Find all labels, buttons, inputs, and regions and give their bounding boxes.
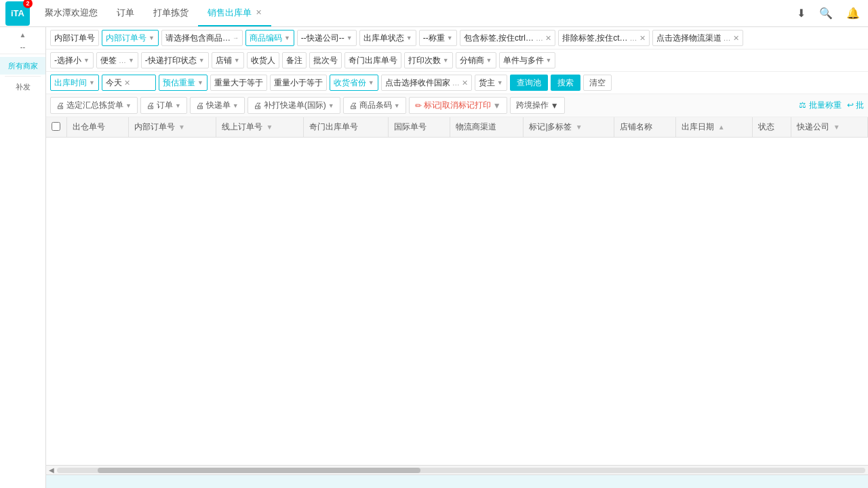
search-icon[interactable]: 🔍 bbox=[816, 4, 835, 22]
dropdown-arrow-icon: ▼ bbox=[347, 35, 353, 41]
dropdown-arrow-icon: ▼ bbox=[493, 101, 501, 110]
product-barcode-btn[interactable]: 🖨 商品条码 ▼ bbox=[343, 97, 406, 114]
logo-text: iTA bbox=[11, 8, 24, 18]
sidebar-collapse-btn[interactable]: ▲ bbox=[18, 30, 28, 40]
batch-input[interactable]: 批次号 bbox=[309, 52, 342, 68]
time-clear-icon[interactable]: ✕ bbox=[124, 79, 130, 87]
order-print-btn[interactable]: 🖨 订单 ▼ bbox=[140, 97, 187, 114]
dropdown-arrow-icon: ▼ bbox=[175, 102, 181, 109]
toolbar-row: 🖨 选定汇总拣货单 ▼ 🖨 订单 ▼ 🖨 快递单 ▼ 🖨 补打快递单(国际) ▼… bbox=[46, 94, 868, 117]
receiver-input[interactable]: 收货人 bbox=[247, 52, 279, 68]
scrollbar-thumb[interactable] bbox=[98, 468, 421, 473]
more-icon: … bbox=[452, 79, 460, 87]
tag-exclude-clear-icon[interactable]: ✕ bbox=[639, 34, 646, 43]
weight-dropdown[interactable]: --称重 ▼ bbox=[419, 30, 457, 46]
dropdown-arrow-icon: ▼ bbox=[89, 79, 95, 86]
download-icon[interactable]: ⬇ bbox=[794, 4, 808, 22]
country-filter[interactable]: 点击选择收件国家 … ✕ bbox=[381, 75, 472, 91]
sort-icon: ▼ bbox=[576, 123, 583, 131]
dropdown-arrow-icon: ▼ bbox=[83, 57, 90, 64]
qimen-input[interactable]: 奇门出库单号 bbox=[344, 52, 401, 68]
edit-icon: ✏ bbox=[415, 101, 422, 110]
print-status-dropdown[interactable]: -快递打印状态 ▼ bbox=[141, 52, 209, 68]
tab-outbound[interactable]: 销售出库单 ✕ bbox=[198, 0, 271, 26]
col-outbound-date[interactable]: 出库日期 ▲ bbox=[676, 117, 753, 138]
col-outbound-no: 出仓单号 bbox=[66, 117, 128, 138]
time-value-input[interactable]: 今天 ✕ bbox=[102, 75, 156, 91]
col-store-name: 店铺名称 bbox=[614, 117, 676, 138]
sort-icon: ▲ bbox=[718, 123, 725, 131]
store-dropdown[interactable]: 店铺 ▼ bbox=[212, 52, 244, 68]
weight-lte-input[interactable]: 重量小于等于 bbox=[270, 75, 327, 91]
more-icon: … bbox=[630, 34, 637, 42]
internal-order-dropdown[interactable]: 内部订单号 ▼ bbox=[102, 30, 159, 46]
cross-border-btn[interactable]: 跨境操作 ▼ bbox=[510, 97, 565, 114]
select-small-dropdown[interactable]: -选择小 ▼ bbox=[50, 52, 94, 68]
country-clear-icon[interactable]: ✕ bbox=[462, 79, 468, 87]
sidebar-quick-nav[interactable]: 新 胜 途 售 前 演 示 bbox=[0, 483, 46, 488]
dropdown-arrow-icon: ▼ bbox=[406, 35, 412, 41]
sidebar-item-all[interactable]: 所有商家 bbox=[0, 57, 45, 75]
dropdown-arrow-icon: ▼ bbox=[149, 35, 155, 41]
internal-order-input[interactable]: 内部订单号 bbox=[50, 30, 99, 46]
sort-icon: ▼ bbox=[833, 123, 840, 131]
print-count-dropdown[interactable]: 打印次数 ▼ bbox=[404, 52, 453, 68]
dropdown-arrow-icon: ▼ bbox=[486, 57, 492, 64]
col-internal-no[interactable]: 内部订单号 ▼ bbox=[128, 117, 216, 138]
col-online-no[interactable]: 线上订单号 ▼ bbox=[216, 117, 304, 138]
tab-picking[interactable]: 打单拣货 bbox=[144, 0, 198, 26]
print-icon: 🖨 bbox=[254, 101, 262, 110]
batch-weight-btn[interactable]: ⚖ 批量称重 bbox=[799, 100, 841, 111]
select-all-checkbox[interactable] bbox=[52, 122, 60, 131]
intl-express-btn[interactable]: 🖨 补打快递单(国际) ▼ bbox=[248, 97, 340, 114]
sidebar: ▲ -- 所有商家 补发 新 胜 途 售 前 演 示 bbox=[0, 27, 46, 488]
col-intl-no: 国际单号 bbox=[389, 117, 450, 138]
horizontal-scrollbar[interactable]: ◀ bbox=[46, 465, 868, 474]
tab-close-icon[interactable]: ✕ bbox=[256, 8, 262, 17]
dropdown-arrow-icon: ▼ bbox=[328, 102, 334, 109]
search-pool-button[interactable]: 查询池 bbox=[510, 75, 548, 91]
note-input[interactable]: 备注 bbox=[282, 52, 307, 68]
weight-gte-input[interactable]: 重量大于等于 bbox=[210, 75, 267, 91]
dropdown-arrow-icon: ▼ bbox=[128, 57, 134, 64]
tag-filter[interactable]: 便签 … ▼ bbox=[96, 52, 138, 68]
sidebar-divider bbox=[5, 76, 41, 77]
scroll-left-arrow[interactable]: ◀ bbox=[49, 466, 54, 474]
clear-button[interactable]: 清空 bbox=[583, 75, 612, 91]
express-print-btn[interactable]: 🖨 快递单 ▼ bbox=[190, 97, 245, 114]
mark-print-btn[interactable]: ✏ 标记|取消标记打印 ▼ bbox=[409, 97, 507, 114]
sidebar-top[interactable]: -- bbox=[0, 40, 45, 54]
scrollbar-track[interactable] bbox=[57, 468, 865, 473]
distributor-dropdown[interactable]: 分销商 ▼ bbox=[456, 52, 496, 68]
print-icon: 🖨 bbox=[349, 101, 357, 110]
single-multiple-dropdown[interactable]: 单件与多件 ▼ bbox=[499, 52, 556, 68]
sidebar-item-patch[interactable]: 补发 bbox=[0, 78, 45, 96]
product-code-dropdown[interactable]: 商品编码 ▼ bbox=[245, 30, 294, 46]
province-dropdown[interactable]: 收货省份 ▼ bbox=[330, 75, 378, 91]
batch-btn[interactable]: ↩ 批 bbox=[847, 100, 864, 111]
tab-orders[interactable]: 订单 bbox=[107, 0, 144, 26]
batch-icon: ↩ bbox=[847, 100, 854, 110]
owner-dropdown[interactable]: 货主 ▼ bbox=[475, 75, 507, 91]
express-company-dropdown[interactable]: --快递公司-- ▼ bbox=[297, 30, 357, 46]
logistics-channel-filter[interactable]: 点击选择物流渠道 … ✕ bbox=[652, 30, 743, 46]
product-select[interactable]: 请选择包含商品… → bbox=[161, 30, 243, 46]
select-batch-btn[interactable]: 🖨 选定汇总拣货单 ▼ bbox=[50, 97, 138, 114]
weight-preset-dropdown[interactable]: 预估重量 ▼ bbox=[159, 75, 208, 91]
sort-icon: ▼ bbox=[178, 123, 185, 131]
logistics-clear-icon[interactable]: ✕ bbox=[733, 34, 739, 43]
search-button[interactable]: 搜索 bbox=[551, 75, 580, 91]
col-express-company[interactable]: 快递公司 ▼ bbox=[791, 117, 868, 138]
app-logo[interactable]: iTA 2 bbox=[5, 1, 30, 26]
time-type-dropdown[interactable]: 出库时间 ▼ bbox=[50, 75, 99, 91]
dropdown-arrow-icon: ▼ bbox=[234, 57, 240, 64]
tab-welcome[interactable]: 聚水潭欢迎您 bbox=[35, 0, 107, 26]
tag-include-filter[interactable]: 包含标签,按住ctrl… … ✕ bbox=[460, 30, 555, 46]
notification-icon[interactable]: 🔔 bbox=[844, 4, 863, 22]
tag-include-clear-icon[interactable]: ✕ bbox=[545, 34, 551, 43]
tag-exclude-filter[interactable]: 排除标签,按住ct… … ✕ bbox=[558, 30, 650, 46]
table-wrapper: 出仓单号 内部订单号 ▼ 线上订单号 ▼ 奇门出库单号 bbox=[46, 117, 868, 465]
select-all-header[interactable] bbox=[46, 117, 66, 138]
col-tags[interactable]: 标记|多标签 ▼ bbox=[524, 117, 614, 138]
outbound-status-dropdown[interactable]: 出库单状态 ▼ bbox=[359, 30, 416, 46]
